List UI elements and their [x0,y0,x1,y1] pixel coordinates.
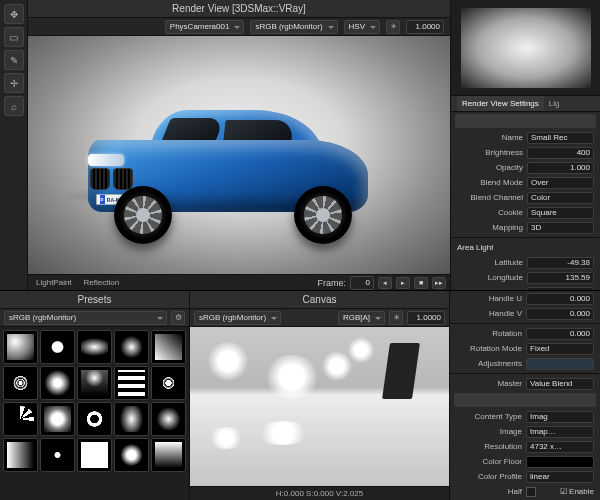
transport-controls: Frame: 0 ◂ ▸ ■ ▸▸ [317,276,446,290]
section-header-1[interactable] [455,114,596,128]
val-ctype[interactable]: Imag [526,411,594,423]
preset-thumb[interactable] [40,402,75,436]
val-rotation[interactable]: 0.000 [526,328,594,340]
preset-thumb[interactable] [77,402,112,436]
tab-lightpaint[interactable]: LightPaint [32,278,76,287]
preset-thumb[interactable] [40,438,75,472]
preset-thumb[interactable] [151,438,186,472]
lbl-cprof: Color Profile [456,472,522,481]
preset-thumb[interactable] [151,366,186,400]
val-cfloor[interactable] [526,456,594,468]
prev-frame-button[interactable]: ◂ [378,277,392,289]
lbl-handleu: Handle U [456,294,522,303]
preset-thumb[interactable] [114,438,149,472]
presets-gear-icon[interactable]: ⚙ [171,311,185,325]
canvas-viewport[interactable] [190,327,449,486]
frame-field[interactable]: 0 [350,276,374,290]
frame-label: Frame: [317,278,346,288]
preset-thumb[interactable] [3,330,38,364]
chk-enable[interactable]: ☑ Enable [560,487,594,496]
lbl-half: Half [456,487,522,496]
preset-thumb[interactable] [40,366,75,400]
canvas-exposure-icon[interactable]: ☀ [389,311,403,325]
presets-title: Presets [0,291,189,309]
val-lon[interactable]: 135.59 [527,272,594,284]
section-header-2[interactable] [454,393,596,407]
tool-rect-icon[interactable]: ▭ [4,27,24,47]
val-image[interactable]: tmap… [526,426,594,438]
preset-thumb[interactable] [77,366,112,400]
canvas-space-right[interactable]: RGB[A] [338,311,385,325]
colorspace-select[interactable]: sRGB (rgbMonitor) [250,20,337,34]
val-rotmode[interactable]: Fixed [526,343,594,355]
val-cookie[interactable]: Square [527,207,594,219]
tab-settings[interactable]: Render View Settings [457,96,544,111]
lbl-arealight: Area Light [457,243,493,252]
right-column-top: Render View Settings Lig NameSmall Rec B… [450,0,600,290]
canvas-space-left[interactable]: sRGB (rgbMonitor) [194,311,281,325]
preset-grid [0,327,189,500]
preset-thumb[interactable] [3,402,38,436]
val-lat[interactable]: -49.38 [527,257,594,269]
val-name[interactable]: Small Rec [527,132,594,144]
val-cprof[interactable]: linear [526,471,594,483]
presets-panel: Presets sRGB (rgbMonitor) ⚙ [0,291,190,500]
preset-thumb[interactable] [77,330,112,364]
val-brightness[interactable]: 400 [527,147,594,159]
val-blendch[interactable]: Color [527,192,594,204]
preset-thumb[interactable] [77,438,112,472]
val-opacity[interactable]: 1.000 [527,162,594,174]
preset-thumb[interactable] [114,330,149,364]
preset-thumb[interactable] [40,330,75,364]
tab-lig[interactable]: Lig [544,96,565,111]
render-viewport[interactable]: DRA·KL 6136 [28,36,450,274]
lbl-rotmode: Rotation Mode [456,344,522,353]
chk-half[interactable] [526,487,536,497]
val-master[interactable]: Value Blend [526,378,594,390]
play-button[interactable]: ▸ [396,277,410,289]
light-preview-canvas [461,8,591,88]
val-handleu[interactable]: 0.000 [526,293,594,305]
preset-thumb[interactable] [151,402,186,436]
presets-colorspace[interactable]: sRGB (rgbMonitor) [4,311,167,325]
light-properties-panel: Render View Settings Lig NameSmall Rec B… [451,96,600,290]
props-tabs: Render View Settings Lig [451,96,600,112]
camera-select[interactable]: PhysCamera001 [165,20,245,34]
exposure-field[interactable]: 1.0000 [406,20,444,34]
bottom-region: Presets sRGB (rgbMonitor) ⚙ [0,290,600,500]
val-blendmode[interactable]: Over [527,177,594,189]
val-mapping[interactable]: 3D [527,222,594,234]
preset-thumb[interactable] [3,438,38,472]
lbl-lat: Latitude [457,258,523,267]
val-handlev[interactable]: 0.000 [526,308,594,320]
tool-brush-icon[interactable]: ✎ [4,50,24,70]
render-panel: Render View [3DSMax::VRay] PhysCamera001… [28,0,450,290]
val-adjust[interactable] [526,358,594,370]
canvas-exposure-field[interactable]: 1.0000 [407,311,445,325]
lbl-image: Image [456,427,522,436]
right-column-bottom: Handle U0.000 Handle V0.000 Rotation0.00… [450,291,600,500]
tool-move-icon[interactable]: ✥ [4,4,24,24]
lbl-master: Master [456,379,522,388]
next-frame-button[interactable]: ▸▸ [432,277,446,289]
tool-picker-icon[interactable]: ✛ [4,73,24,93]
canvas-statusbar: H:0.000 S:0.000 V:2.025 [190,486,449,500]
preset-thumb[interactable] [114,402,149,436]
lbl-opacity: Opacity [457,163,523,172]
stop-button[interactable]: ■ [414,277,428,289]
tool-zoom-icon[interactable]: ⌕ [4,96,24,116]
preset-thumb[interactable] [151,330,186,364]
canvas-panel: Canvas sRGB (rgbMonitor) RGB[A] ☀ 1.0000… [190,291,450,500]
left-toolbar: ✥ ▭ ✎ ✛ ⌕ [0,0,28,290]
mode-select[interactable]: HSV [344,20,380,34]
render-header: PhysCamera001 sRGB (rgbMonitor) HSV ☀ 1.… [28,18,450,36]
lbl-cookie: Cookie [457,208,523,217]
preset-thumb[interactable] [3,366,38,400]
lbl-blendmode: Blend Mode [457,178,523,187]
tab-reflection[interactable]: Reflection [80,278,124,287]
exposure-icon[interactable]: ☀ [386,20,400,34]
lbl-name: Name [457,133,523,142]
light-preview[interactable] [451,0,600,96]
preset-thumb[interactable] [114,366,149,400]
lbl-adjust: Adjustments [456,359,522,368]
